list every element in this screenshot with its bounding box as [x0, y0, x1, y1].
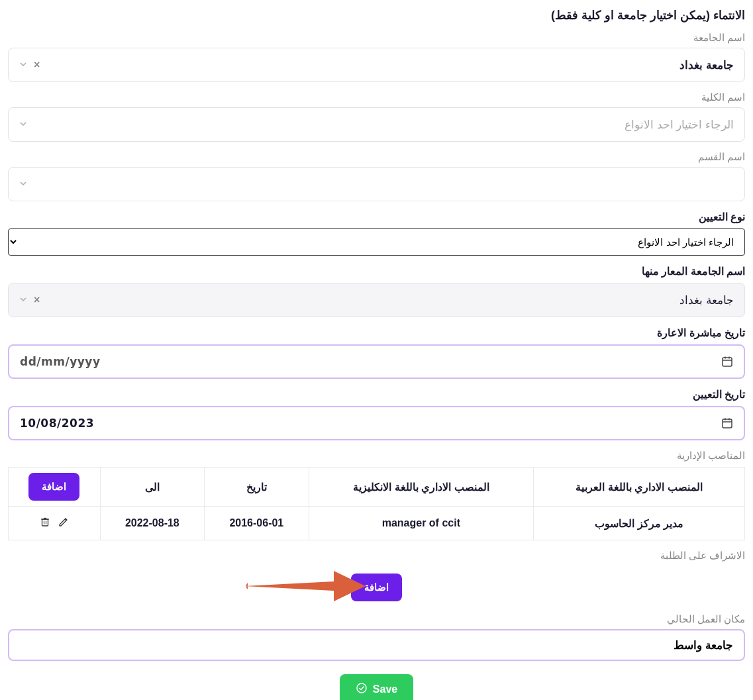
loaned-university-label: اسم الجامعة المعار منها	[8, 265, 745, 277]
close-icon[interactable]: ×	[34, 294, 40, 306]
university-select[interactable]: جامعة بغداد ×	[8, 48, 745, 82]
loaned-university-value: جامعة بغداد	[679, 293, 734, 307]
university-label: اسم الجامعة	[8, 32, 745, 44]
section-title: الانتماء (يمكن اختيار جامعة او كلية فقط)	[8, 8, 745, 23]
chevron-down-icon	[19, 60, 27, 70]
loan-start-date-input[interactable]: dd/mm/yyyy	[8, 344, 745, 379]
chevron-down-icon	[19, 295, 27, 305]
edit-icon[interactable]	[58, 516, 70, 530]
table-row: مدير مركز الحاسوب manager of ccit 2016-0…	[9, 507, 745, 540]
college-select[interactable]: الرجاء اختيار احد الانواع	[8, 107, 745, 142]
svg-point-14	[357, 683, 366, 693]
workplace-input[interactable]	[8, 629, 745, 661]
supervision-label: الاشراف على الطلبة	[8, 550, 745, 562]
cell-actions	[9, 507, 101, 540]
cell-date-from: 2016-06-01	[205, 507, 309, 540]
admin-positions-table: المنصب الاداري باللغة العربية المنصب الا…	[8, 467, 745, 540]
cell-date-to: 2022-08-18	[100, 507, 204, 540]
loan-date-label: تاريخ مباشرة الاعارة	[8, 326, 745, 339]
admin-positions-label: المناصب الإدارية	[8, 450, 745, 462]
loan-date-placeholder: dd/mm/yyyy	[20, 355, 101, 368]
check-circle-icon	[356, 682, 368, 697]
svg-rect-4	[723, 419, 732, 428]
save-label: Save	[373, 683, 397, 695]
add-supervision-button[interactable]: اضافة	[351, 574, 402, 601]
chevron-down-icon	[19, 179, 27, 189]
calendar-icon[interactable]	[721, 417, 733, 429]
close-icon[interactable]: ×	[34, 59, 40, 71]
department-select[interactable]	[8, 167, 745, 201]
svg-rect-0	[723, 358, 732, 366]
trash-icon[interactable]	[39, 516, 51, 530]
th-actions: اضافة	[9, 468, 101, 507]
appointment-date-label: تاريخ التعيين	[8, 388, 745, 401]
cell-pos-ar: مدير مركز الحاسوب	[534, 507, 745, 540]
th-pos-ar: المنصب الاداري باللغة العربية	[534, 468, 745, 507]
college-label: اسم الكلية	[8, 91, 745, 103]
department-label: اسم القسم	[8, 151, 745, 163]
appointment-date-input[interactable]: 10/08/2023	[8, 406, 745, 440]
chevron-down-icon	[19, 120, 27, 130]
cell-pos-en: manager of ccit	[309, 507, 534, 540]
arrow-annotation	[241, 563, 367, 612]
college-placeholder: الرجاء اختيار احد الانواع	[625, 118, 734, 132]
workplace-label: مكان العمل الحالي	[8, 613, 745, 625]
appointment-date-value: 10/08/2023	[20, 417, 94, 430]
svg-rect-9	[42, 519, 48, 526]
loaned-university-select[interactable]: جامعة بغداد ×	[8, 283, 745, 317]
save-button[interactable]: Save	[340, 674, 413, 700]
th-date-to: الى	[100, 468, 204, 507]
th-date-from: تاريخ	[205, 468, 309, 507]
th-pos-en: المنصب الاداري باللغة الانكليزية	[309, 468, 534, 507]
university-value: جامعة بغداد	[679, 58, 734, 72]
appointment-type-label: نوع التعيين	[8, 211, 745, 223]
add-position-button[interactable]: اضافة	[28, 473, 79, 501]
appointment-type-select[interactable]: الرجاء اختيار احد الانواع	[8, 228, 745, 256]
calendar-icon[interactable]	[721, 356, 733, 368]
